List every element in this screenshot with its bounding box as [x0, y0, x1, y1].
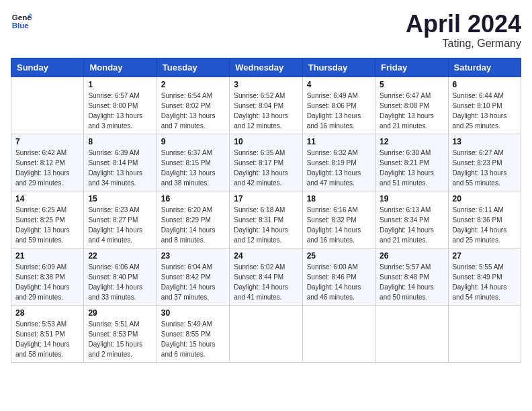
day-number: 13	[453, 137, 517, 146]
title-block: April 2024 Tating, Germany	[406, 11, 521, 50]
cell-info: Sunrise: 6:13 AMSunset: 8:34 PMDaylight:…	[380, 205, 443, 245]
day-number: 8	[88, 137, 152, 146]
calendar-cell: 23Sunrise: 6:04 AMSunset: 8:42 PMDayligh…	[157, 248, 229, 305]
calendar-cell: 17Sunrise: 6:18 AMSunset: 8:31 PMDayligh…	[230, 191, 302, 248]
calendar-cell: 9Sunrise: 6:37 AMSunset: 8:15 PMDaylight…	[157, 134, 229, 191]
calendar-cell: 4Sunrise: 6:49 AMSunset: 8:06 PMDaylight…	[302, 77, 375, 134]
day-number: 9	[161, 137, 225, 146]
logo: General Blue	[11, 11, 32, 32]
day-number: 1	[88, 80, 152, 89]
cell-info: Sunrise: 6:52 AMSunset: 8:04 PMDaylight:…	[234, 91, 298, 131]
svg-text:Blue: Blue	[12, 21, 30, 30]
calendar-cell: 30Sunrise: 5:49 AMSunset: 8:55 PMDayligh…	[157, 305, 229, 362]
calendar-cell: 16Sunrise: 6:20 AMSunset: 8:29 PMDayligh…	[157, 191, 229, 248]
day-number: 22	[88, 251, 152, 261]
calendar-subtitle: Tating, Germany	[406, 38, 521, 50]
day-number: 16	[161, 194, 225, 203]
day-number: 5	[380, 80, 443, 89]
week-row-3: 14Sunrise: 6:25 AMSunset: 8:25 PMDayligh…	[11, 191, 521, 248]
col-header-tuesday: Tuesday	[157, 58, 229, 77]
cell-info: Sunrise: 6:11 AMSunset: 8:36 PMDaylight:…	[453, 205, 517, 245]
calendar-cell	[448, 305, 521, 362]
calendar-cell: 25Sunrise: 6:00 AMSunset: 8:46 PMDayligh…	[302, 248, 375, 305]
calendar-cell: 21Sunrise: 6:09 AMSunset: 8:38 PMDayligh…	[11, 248, 84, 305]
cell-info: Sunrise: 6:32 AMSunset: 8:19 PMDaylight:…	[307, 148, 371, 188]
day-number: 29	[88, 308, 152, 318]
week-row-5: 28Sunrise: 5:53 AMSunset: 8:51 PMDayligh…	[11, 305, 521, 362]
cell-info: Sunrise: 6:42 AMSunset: 8:12 PMDaylight:…	[15, 148, 79, 188]
day-number: 18	[307, 194, 371, 203]
calendar-cell: 7Sunrise: 6:42 AMSunset: 8:12 PMDaylight…	[11, 134, 84, 191]
col-header-wednesday: Wednesday	[230, 58, 302, 77]
col-header-saturday: Saturday	[448, 58, 521, 77]
day-number: 25	[307, 251, 371, 261]
day-number: 6	[453, 80, 517, 89]
day-number: 19	[380, 194, 443, 203]
day-number: 2	[161, 80, 225, 89]
cell-info: Sunrise: 6:04 AMSunset: 8:42 PMDaylight:…	[161, 262, 225, 302]
col-header-thursday: Thursday	[302, 58, 375, 77]
col-header-monday: Monday	[84, 58, 157, 77]
day-number: 4	[307, 80, 371, 89]
day-number: 27	[453, 251, 517, 261]
day-number: 28	[15, 308, 79, 318]
calendar-cell	[230, 305, 302, 362]
calendar-cell: 11Sunrise: 6:32 AMSunset: 8:19 PMDayligh…	[302, 134, 375, 191]
cell-info: Sunrise: 6:39 AMSunset: 8:14 PMDaylight:…	[88, 148, 152, 188]
cell-info: Sunrise: 6:35 AMSunset: 8:17 PMDaylight:…	[234, 148, 298, 188]
week-row-1: 1Sunrise: 6:57 AMSunset: 8:00 PMDaylight…	[11, 77, 521, 134]
cell-info: Sunrise: 6:27 AMSunset: 8:23 PMDaylight:…	[453, 148, 517, 188]
cell-info: Sunrise: 5:57 AMSunset: 8:48 PMDaylight:…	[380, 262, 443, 302]
calendar-cell: 19Sunrise: 6:13 AMSunset: 8:34 PMDayligh…	[375, 191, 448, 248]
cell-info: Sunrise: 5:55 AMSunset: 8:49 PMDaylight:…	[453, 262, 517, 302]
cell-info: Sunrise: 6:02 AMSunset: 8:44 PMDaylight:…	[234, 262, 298, 302]
cell-info: Sunrise: 6:18 AMSunset: 8:31 PMDaylight:…	[234, 205, 298, 245]
day-number: 14	[15, 194, 79, 203]
calendar-table: SundayMondayTuesdayWednesdayThursdayFrid…	[11, 58, 521, 363]
cell-info: Sunrise: 5:51 AMSunset: 8:53 PMDaylight:…	[88, 319, 152, 359]
calendar-cell: 1Sunrise: 6:57 AMSunset: 8:00 PMDaylight…	[84, 77, 157, 134]
cell-info: Sunrise: 6:09 AMSunset: 8:38 PMDaylight:…	[15, 262, 79, 302]
day-number: 11	[307, 137, 371, 146]
cell-info: Sunrise: 6:47 AMSunset: 8:08 PMDaylight:…	[380, 91, 443, 131]
svg-text:General: General	[12, 13, 32, 21]
calendar-cell: 2Sunrise: 6:54 AMSunset: 8:02 PMDaylight…	[157, 77, 229, 134]
day-number: 21	[15, 251, 79, 261]
calendar-cell: 5Sunrise: 6:47 AMSunset: 8:08 PMDaylight…	[375, 77, 448, 134]
day-number: 3	[234, 80, 298, 89]
calendar-cell: 24Sunrise: 6:02 AMSunset: 8:44 PMDayligh…	[230, 248, 302, 305]
calendar-cell: 27Sunrise: 5:55 AMSunset: 8:49 PMDayligh…	[448, 248, 521, 305]
calendar-cell: 10Sunrise: 6:35 AMSunset: 8:17 PMDayligh…	[230, 134, 302, 191]
day-number: 26	[380, 251, 443, 261]
page-header: General Blue April 2024 Tating, Germany	[11, 11, 521, 50]
calendar-cell: 6Sunrise: 6:44 AMSunset: 8:10 PMDaylight…	[448, 77, 521, 134]
col-header-friday: Friday	[375, 58, 448, 77]
day-number: 7	[15, 137, 79, 146]
cell-info: Sunrise: 6:44 AMSunset: 8:10 PMDaylight:…	[453, 91, 517, 131]
cell-info: Sunrise: 6:20 AMSunset: 8:29 PMDaylight:…	[161, 205, 225, 245]
calendar-cell: 22Sunrise: 6:06 AMSunset: 8:40 PMDayligh…	[84, 248, 157, 305]
cell-info: Sunrise: 5:53 AMSunset: 8:51 PMDaylight:…	[15, 319, 79, 359]
calendar-cell: 13Sunrise: 6:27 AMSunset: 8:23 PMDayligh…	[448, 134, 521, 191]
calendar-cell	[302, 305, 375, 362]
col-header-sunday: Sunday	[11, 58, 84, 77]
day-number: 17	[234, 194, 298, 203]
cell-info: Sunrise: 6:00 AMSunset: 8:46 PMDaylight:…	[307, 262, 371, 302]
calendar-cell: 18Sunrise: 6:16 AMSunset: 8:32 PMDayligh…	[302, 191, 375, 248]
day-number: 30	[161, 308, 225, 318]
cell-info: Sunrise: 6:57 AMSunset: 8:00 PMDaylight:…	[88, 91, 152, 131]
day-number: 24	[234, 251, 298, 261]
cell-info: Sunrise: 6:37 AMSunset: 8:15 PMDaylight:…	[161, 148, 225, 188]
day-number: 12	[380, 137, 443, 146]
day-number: 20	[453, 194, 517, 203]
cell-info: Sunrise: 6:06 AMSunset: 8:40 PMDaylight:…	[88, 262, 152, 302]
calendar-title: April 2024	[406, 11, 521, 38]
calendar-cell: 8Sunrise: 6:39 AMSunset: 8:14 PMDaylight…	[84, 134, 157, 191]
calendar-cell: 12Sunrise: 6:30 AMSunset: 8:21 PMDayligh…	[375, 134, 448, 191]
calendar-cell	[375, 305, 448, 362]
calendar-cell: 20Sunrise: 6:11 AMSunset: 8:36 PMDayligh…	[448, 191, 521, 248]
calendar-cell: 3Sunrise: 6:52 AMSunset: 8:04 PMDaylight…	[230, 77, 302, 134]
cell-info: Sunrise: 6:25 AMSunset: 8:25 PMDaylight:…	[15, 205, 79, 245]
cell-info: Sunrise: 6:54 AMSunset: 8:02 PMDaylight:…	[161, 91, 225, 131]
calendar-cell: 28Sunrise: 5:53 AMSunset: 8:51 PMDayligh…	[11, 305, 84, 362]
